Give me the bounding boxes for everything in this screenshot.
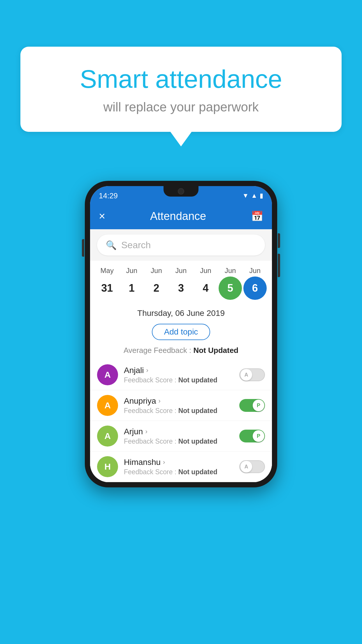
month-3: Jun — [169, 267, 193, 275]
toggle-switch[interactable]: P — [239, 399, 265, 412]
attendance-toggle[interactable]: A — [239, 368, 265, 381]
phone-notch — [164, 186, 198, 197]
student-item: H Himanshu › Feedback Score : Not update… — [90, 452, 272, 482]
app-bar: × Attendance 📅 — [90, 203, 272, 229]
attendance-toggle[interactable]: P — [239, 430, 265, 442]
side-button-right-1 — [278, 233, 280, 248]
signal-icon: ▲ — [251, 192, 257, 200]
month-0: May — [95, 267, 119, 275]
avg-feedback-label: Average Feedback : — [124, 346, 191, 355]
chevron-right-icon: › — [159, 397, 161, 405]
student-avatar: H — [97, 456, 118, 477]
search-icon: 🔍 — [106, 240, 117, 250]
student-feedback: Feedback Score : Not updated — [124, 376, 233, 384]
speech-bubble-title: Smart attendance — [44, 64, 318, 94]
student-info[interactable]: Anjali › Feedback Score : Not updated — [124, 366, 233, 384]
speech-bubble-container: Smart attendance will replace your paper… — [20, 47, 342, 132]
status-time: 14:29 — [99, 191, 118, 200]
toggle-switch[interactable]: P — [239, 430, 265, 442]
calendar-date-3[interactable]: 3 — [169, 276, 193, 300]
calendar-date-1[interactable]: 1 — [120, 276, 143, 300]
calendar-date-2[interactable]: 2 — [145, 276, 168, 300]
app-title: Attendance — [150, 210, 206, 223]
phone-screen: 14:29 ▼ ▲ ▮ × Attendance 📅 🔍 Search — [90, 186, 272, 482]
chevron-right-icon: › — [146, 367, 148, 374]
student-name[interactable]: Arjun › — [124, 427, 233, 436]
speech-bubble: Smart attendance will replace your paper… — [20, 47, 342, 132]
calendar-date-6-selected[interactable]: 6 — [243, 276, 267, 300]
student-info[interactable]: Anupriya › Feedback Score : Not updated — [124, 396, 233, 415]
calendar-dates: 31 1 2 3 4 5 6 — [95, 276, 267, 300]
student-info[interactable]: Arjun › Feedback Score : Not updated — [124, 427, 233, 445]
search-container: 🔍 Search — [90, 229, 272, 261]
battery-icon: ▮ — [260, 192, 263, 200]
side-button-right-2 — [278, 254, 280, 277]
calendar-date-4[interactable]: 4 — [194, 276, 217, 300]
wifi-icon: ▼ — [242, 192, 249, 200]
student-name[interactable]: Himanshu › — [124, 458, 233, 467]
toggle-switch[interactable]: A — [239, 368, 265, 381]
student-list: A Anjali › Feedback Score : Not updated … — [90, 360, 272, 482]
student-name[interactable]: Anupriya › — [124, 396, 233, 406]
calendar-date-5-today[interactable]: 5 — [219, 276, 242, 300]
search-bar[interactable]: 🔍 Search — [97, 235, 265, 256]
search-input[interactable]: Search — [121, 240, 151, 251]
toggle-switch[interactable]: A — [239, 460, 265, 473]
student-avatar: A — [97, 395, 118, 416]
month-5: Jun — [219, 267, 242, 275]
add-topic-container: Add topic — [90, 324, 272, 340]
phone-camera — [178, 188, 184, 195]
student-item: A Anupriya › Feedback Score : Not update… — [90, 390, 272, 421]
speech-bubble-subtitle: will replace your paperwork — [44, 100, 318, 114]
avg-feedback-value: Not Updated — [193, 346, 238, 355]
selected-date: Thursday, 06 June 2019 — [90, 303, 272, 321]
calendar-date-31[interactable]: 31 — [95, 276, 119, 300]
month-2: Jun — [145, 267, 168, 275]
toggle-thumb: A — [240, 461, 252, 473]
toggle-thumb: P — [253, 430, 264, 442]
attendance-toggle[interactable]: P — [239, 399, 265, 412]
toggle-thumb: P — [253, 400, 264, 411]
status-icons: ▼ ▲ ▮ — [242, 192, 263, 200]
phone-outer: 14:29 ▼ ▲ ▮ × Attendance 📅 🔍 Search — [85, 181, 277, 487]
month-6: Jun — [243, 267, 267, 275]
toggle-thumb: A — [240, 369, 252, 381]
student-avatar: A — [97, 364, 118, 385]
phone-wrapper: 14:29 ▼ ▲ ▮ × Attendance 📅 🔍 Search — [85, 181, 277, 487]
attendance-toggle[interactable]: A — [239, 460, 265, 473]
add-topic-button[interactable]: Add topic — [152, 324, 210, 340]
student-info[interactable]: Himanshu › Feedback Score : Not updated — [124, 458, 233, 476]
avg-feedback: Average Feedback : Not Updated — [90, 343, 272, 360]
calendar-months: May Jun Jun Jun Jun Jun Jun — [95, 267, 267, 275]
chevron-right-icon: › — [145, 428, 147, 435]
chevron-right-icon: › — [163, 459, 165, 466]
student-item: A Arjun › Feedback Score : Not updated P — [90, 421, 272, 452]
student-feedback: Feedback Score : Not updated — [124, 468, 233, 476]
month-1: Jun — [120, 267, 143, 275]
student-avatar: A — [97, 426, 118, 447]
close-button[interactable]: × — [99, 210, 105, 223]
content-area: Thursday, 06 June 2019 Add topic Average… — [90, 303, 272, 482]
side-button-left — [82, 239, 84, 257]
student-feedback: Feedback Score : Not updated — [124, 407, 233, 415]
month-4: Jun — [194, 267, 217, 275]
student-item: A Anjali › Feedback Score : Not updated … — [90, 360, 272, 390]
student-feedback: Feedback Score : Not updated — [124, 438, 233, 445]
student-name[interactable]: Anjali › — [124, 366, 233, 375]
calendar-icon[interactable]: 📅 — [251, 210, 263, 222]
calendar-strip: May Jun Jun Jun Jun Jun Jun 31 1 2 3 4 5… — [90, 261, 272, 303]
